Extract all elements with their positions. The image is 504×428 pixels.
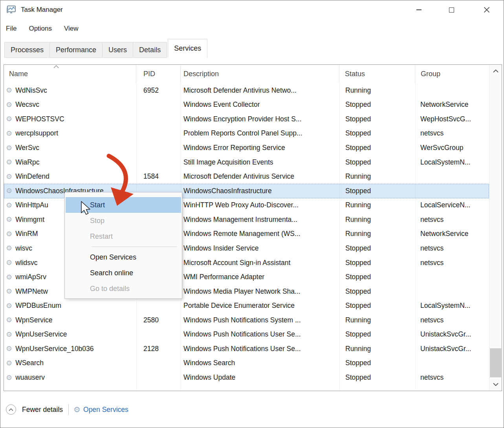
service-gear-icon: ⚙ — [6, 259, 12, 266]
sort-ascending-icon — [53, 65, 59, 68]
column-header-description[interactable]: Description — [181, 65, 339, 83]
column-header-group[interactable]: Group — [415, 65, 489, 83]
context-menu-item-go-to-details: Go to details — [65, 281, 182, 296]
chevron-down-icon — [493, 383, 499, 386]
footer-separator — [68, 404, 69, 415]
column-header-status[interactable]: Status — [339, 65, 415, 83]
table-row[interactable]: ⚙WSearch Windows Search Stopped — [4, 356, 489, 371]
menu-options[interactable]: Options — [29, 25, 52, 33]
table-row[interactable]: ⚙WPDBusEnum Portable Device Enumerator S… — [4, 298, 489, 313]
tab-details[interactable]: Details — [133, 42, 167, 58]
fewer-details-label: Fewer details — [22, 406, 63, 414]
scroll-up-button[interactable] — [489, 65, 502, 77]
menu-file[interactable]: File — [6, 25, 16, 33]
context-menu-item-search-online[interactable]: Search online — [65, 265, 182, 281]
circled-chevron-up-icon — [6, 404, 16, 415]
service-gear-icon: ⚙ — [6, 316, 12, 324]
service-gear-icon: ⚙ — [6, 187, 12, 194]
service-gear-icon: ⚙ — [6, 331, 12, 338]
table-row[interactable]: ⚙WpnUserService Windows Push Notificatio… — [4, 327, 489, 342]
context-menu-item-start[interactable]: Start — [66, 197, 181, 213]
table-row[interactable]: ⚙WEPHOSTSVC Windows Encryption Provider … — [4, 112, 489, 126]
service-gear-icon: ⚙ — [6, 374, 12, 381]
service-gear-icon: ⚙ — [6, 130, 12, 137]
table-row[interactable]: ⚙WerSvc Windows Error Reporting Service … — [4, 141, 489, 155]
minimize-button[interactable] — [405, 0, 433, 19]
open-services-link[interactable]: ⚙ Open Services — [73, 406, 128, 414]
task-manager-window: Task Manager FileOptionsView ProcessesPe… — [0, 0, 504, 428]
maximize-button[interactable] — [438, 0, 465, 19]
table-row[interactable]: ⚙WdNisSvc 6952 Microsoft Defender Antivi… — [4, 83, 489, 98]
task-manager-app-icon — [6, 5, 16, 15]
open-services-label: Open Services — [83, 406, 128, 414]
service-gear-icon: ⚙ — [6, 101, 12, 108]
context-menu-item-restart: Restart — [65, 229, 182, 244]
service-gear-icon: ⚙ — [6, 245, 12, 252]
tab-processes[interactable]: Processes — [4, 42, 50, 58]
menu-bar: FileOptionsView — [0, 21, 79, 37]
context-menu-item-stop: Stop — [65, 213, 182, 229]
menu-separator — [92, 247, 177, 247]
tab-strip: ProcessesPerformanceUsersDetailsServices — [4, 39, 207, 58]
close-button[interactable] — [473, 0, 500, 19]
minimize-icon — [416, 9, 422, 10]
table-row[interactable]: ⚙wuauserv Windows Update Stopped netsvcs — [4, 370, 489, 385]
service-gear-icon: ⚙ — [6, 345, 12, 352]
service-gear-icon: ⚙ — [6, 230, 12, 238]
service-gear-icon: ⚙ — [6, 159, 12, 166]
service-gear-icon: ⚙ — [6, 302, 12, 309]
service-gear-icon: ⚙ — [6, 202, 12, 209]
service-gear-icon: ⚙ — [6, 274, 12, 281]
service-gear-icon: ⚙ — [6, 216, 12, 223]
services-gear-icon: ⚙ — [73, 406, 81, 413]
tab-performance[interactable]: Performance — [50, 42, 103, 58]
table-row[interactable]: ⚙wercplsupport Problem Reports Control P… — [4, 126, 489, 141]
table-header: Name PID Description Status Group — [4, 65, 489, 83]
column-header-pid[interactable]: PID — [136, 65, 181, 83]
service-gear-icon: ⚙ — [6, 173, 12, 180]
maximize-icon — [449, 7, 454, 13]
column-header-name[interactable]: Name — [4, 65, 136, 83]
service-gear-icon: ⚙ — [6, 144, 12, 152]
table-row[interactable]: ⚙WinDefend 1584 Microsoft Defender Antiv… — [4, 169, 489, 184]
context-menu-item-open-services[interactable]: Open Services — [65, 249, 182, 265]
service-gear-icon: ⚙ — [6, 360, 12, 367]
fewer-details-button[interactable]: Fewer details — [6, 404, 63, 415]
context-menu: StartStopRestartOpen ServicesSearch onli… — [64, 192, 182, 299]
table-row[interactable]: ⚙Wecsvc Windows Event Collector Stopped … — [4, 98, 489, 112]
table-row[interactable]: ⚙WpnService 2580 Windows Push Notificati… — [4, 313, 489, 327]
footer-bar: Fewer details ⚙ Open Services — [0, 391, 504, 428]
window-title: Task Manager — [21, 6, 63, 14]
close-icon — [484, 7, 490, 13]
menu-view[interactable]: View — [64, 25, 79, 33]
scrollbar-thumb[interactable] — [490, 348, 501, 377]
tab-services[interactable]: Services — [168, 39, 207, 58]
service-gear-icon: ⚙ — [6, 87, 12, 94]
title-bar: Task Manager — [0, 0, 504, 19]
tab-users[interactable]: Users — [103, 42, 133, 58]
chevron-up-icon — [493, 70, 499, 73]
service-gear-icon: ⚙ — [6, 115, 12, 123]
scroll-down-button[interactable] — [489, 378, 502, 391]
table-row[interactable]: ⚙WpnUserService_10b036 2128 Windows Push… — [4, 342, 489, 356]
table-row[interactable]: ⚙WiaRpc Still Image Acquisition Events S… — [4, 155, 489, 170]
vertical-scrollbar[interactable] — [489, 65, 502, 391]
service-gear-icon: ⚙ — [6, 288, 12, 295]
